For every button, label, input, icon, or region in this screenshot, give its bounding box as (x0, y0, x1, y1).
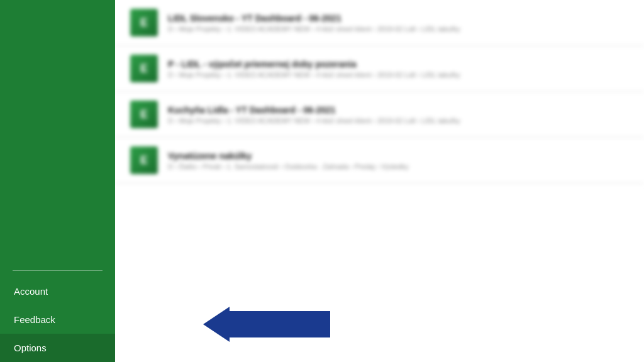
file-path: D › Moje Projekty › 1. VIDEO ACADEMY NEW… (168, 25, 460, 33)
file-path: D › Ďalšo › Privát › 1. Samostatnosti › … (168, 163, 409, 170)
sidebar-divider (13, 270, 103, 271)
table-row[interactable]: E LIDL Slovensko - YT Dashboard - 06-202… (115, 0, 644, 46)
file-icon: E (130, 9, 158, 36)
file-icon-letter: E (140, 62, 148, 75)
file-info: LIDL Slovensko - YT Dashboard - 06-2021 … (168, 13, 460, 33)
sidebar-item-label: Options (14, 343, 47, 353)
file-icon-letter: E (140, 16, 148, 30)
file-info: Vynatúzene nakúlky D › Ďalšo › Privát › … (168, 151, 409, 170)
file-info: Kuchyňa Lidla - YT Dashboard - 06-2021 D… (168, 105, 460, 124)
file-icon: E (130, 55, 158, 82)
sidebar-item-options[interactable]: Options (0, 334, 115, 362)
main-content: E LIDL Slovensko - YT Dashboard - 06-202… (115, 0, 644, 362)
sidebar-item-account[interactable]: Account (0, 277, 115, 305)
file-name: Vynatúzene nakúlky (168, 151, 409, 161)
sidebar-item-label: Feedback (14, 314, 55, 325)
file-icon-letter: E (140, 154, 148, 167)
file-icon: E (130, 101, 158, 128)
file-name: P - LIDL - výpočet priemernej doby pozer… (168, 59, 460, 69)
file-path: D › Moje Projekty › 1. VIDEO ACADEMY NEW… (168, 71, 460, 79)
file-list: E LIDL Slovensko - YT Dashboard - 06-202… (115, 0, 644, 362)
sidebar-bottom: Account Feedback Options (0, 270, 115, 362)
sidebar-item-label: Account (14, 286, 48, 297)
sidebar-item-feedback[interactable]: Feedback (0, 305, 115, 334)
table-row[interactable]: E Vynatúzene nakúlky D › Ďalšo › Privát … (115, 138, 644, 184)
file-icon: E (130, 146, 158, 174)
file-name: Kuchyňa Lidla - YT Dashboard - 06-2021 (168, 105, 460, 115)
file-info: P - LIDL - výpočet priemernej doby pozer… (168, 59, 460, 79)
sidebar: Account Feedback Options (0, 0, 115, 362)
table-row[interactable]: E Kuchyňa Lidla - YT Dashboard - 06-2021… (115, 92, 644, 138)
table-row[interactable]: E P - LIDL - výpočet priemernej doby poz… (115, 46, 644, 92)
file-icon-letter: E (140, 108, 148, 121)
file-path: D › Moje Projekty › 1. VIDEO ACADEMY NEW… (168, 117, 460, 124)
file-name: LIDL Slovensko - YT Dashboard - 06-2021 (168, 13, 460, 23)
